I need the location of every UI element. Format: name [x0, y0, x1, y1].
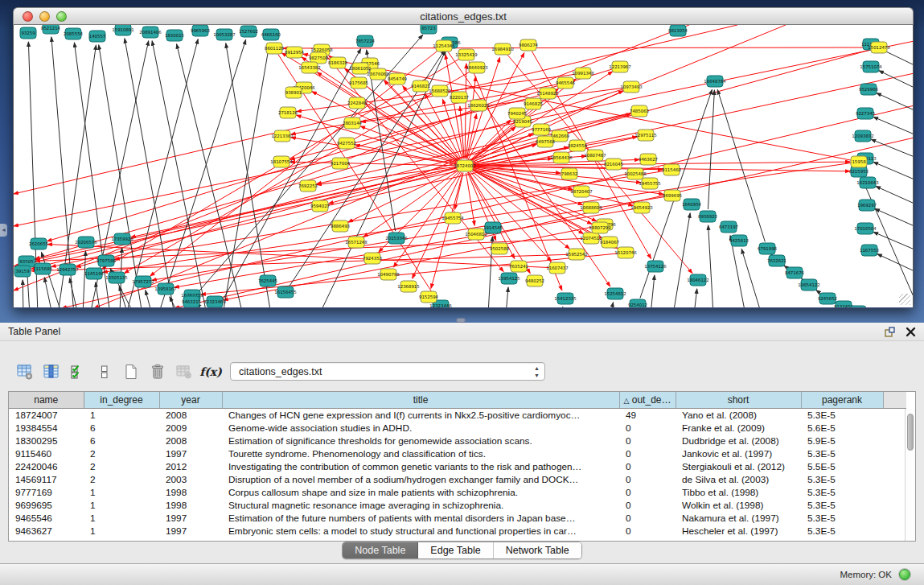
network-node[interactable]: 6473197 [719, 221, 738, 233]
network-node[interactable]: 9152594 [419, 291, 439, 303]
network-node[interactable]: 8912954 [285, 47, 305, 58]
network-edge[interactable] [131, 167, 458, 237]
network-node[interactable]: 1167553 [860, 245, 879, 256]
cell-title[interactable]: Investigating the contribution of common… [222, 460, 619, 473]
table-row[interactable]: 946362711997Embryonic stem cells: a mode… [9, 525, 906, 538]
network-node[interactable]: 9146825 [524, 98, 543, 109]
network-node[interactable]: 938901 [285, 87, 302, 98]
table-row[interactable]: 1872400712008Changes of HCN gene express… [9, 408, 906, 422]
cell-year[interactable]: 2003 [159, 473, 222, 486]
network-node[interactable]: 7857224 [355, 35, 376, 47]
network-edge[interactable] [466, 173, 474, 225]
network-node[interactable]: 9227343 [856, 108, 875, 119]
network-edge[interactable] [651, 275, 655, 308]
network-node[interactable]: 9886493 [331, 220, 350, 232]
network-node[interactable]: 10807487 [584, 150, 606, 161]
network-node[interactable]: 12093832 [852, 130, 873, 142]
cell-year[interactable]: 1998 [159, 499, 222, 512]
network-node[interactable]: 18807299 [589, 222, 611, 233]
network-node[interactable]: 15412335 [554, 293, 576, 304]
network-node[interactable]: 10653287 [213, 29, 235, 40]
network-node[interactable]: 9777169 [532, 124, 552, 135]
network-node[interactable]: 1115686 [33, 263, 53, 274]
network-edge[interactable] [862, 179, 914, 299]
network-node[interactable]: 18626021 [467, 100, 489, 111]
network-window-titlebar[interactable]: citations_edges.txt [13, 7, 914, 25]
new-column-icon[interactable] [121, 361, 142, 382]
network-node[interactable]: 8601128 [265, 43, 285, 54]
network-node[interactable]: 9146821 [411, 80, 430, 92]
tab-edge-table[interactable]: Edge Table [418, 542, 493, 558]
network-node[interactable]: 18640923 [466, 62, 487, 73]
network-node[interactable]: 9699695 [663, 190, 682, 201]
network-edge[interactable] [283, 47, 872, 48]
network-node[interactable]: 6791998 [758, 243, 778, 254]
network-node[interactable]: 9824554 [568, 140, 588, 151]
network-node[interactable]: 12368915 [397, 281, 419, 292]
cell-pagerank[interactable]: 5.3E-5 [801, 525, 883, 538]
cell-pagerank[interactable]: 5.3E-5 [801, 408, 883, 422]
network-edge[interactable] [879, 71, 914, 88]
network-edge[interactable] [873, 162, 914, 179]
network-node[interactable]: 19654923 [630, 202, 652, 213]
cell-in_degree[interactable]: 1 [84, 512, 159, 525]
cell-pagerank[interactable]: 5.3E-5 [801, 512, 883, 525]
network-node[interactable]: 12323466 [203, 296, 226, 307]
network-node[interactable]: 15254812 [604, 288, 626, 299]
network-node[interactable]: 9529966 [859, 84, 879, 95]
network-node[interactable]: 1527602 [239, 26, 258, 37]
network-edge[interactable] [470, 171, 569, 249]
cell-name[interactable]: 9115460 [9, 447, 84, 460]
network-edge[interactable] [875, 208, 914, 226]
cell-year[interactable]: 1998 [159, 486, 222, 499]
table-row[interactable]: 2242004622012Investigating the contribut… [9, 460, 906, 473]
network-node[interactable]: 7924353 [363, 253, 382, 264]
tab-node-table[interactable]: Node Table [343, 542, 418, 558]
table-row[interactable]: 1830029562008Estimation of significance … [9, 435, 906, 447]
cell-pagerank[interactable]: 5.3E-5 [801, 486, 883, 499]
network-node[interactable]: 9115460 [662, 164, 682, 175]
cell-name[interactable]: 22420046 [9, 460, 84, 473]
network-node[interactable]: 16120746 [614, 247, 637, 258]
cell-pagerank[interactable]: 5.9E-5 [801, 435, 883, 447]
network-node[interactable]: 8521214 [41, 25, 61, 34]
network-node[interactable]: 18724007 [454, 160, 475, 171]
network-node[interactable]: 18107554 [270, 156, 293, 167]
network-view[interactable]: 9325985212142085554140557159108912089140… [13, 25, 914, 308]
window-resize-grip[interactable] [899, 294, 910, 305]
network-node[interactable]: 85723 [421, 25, 437, 34]
column-header-name[interactable]: name [9, 392, 84, 408]
network-node[interactable]: 140557 [89, 31, 106, 42]
network-edge[interactable] [96, 282, 101, 308]
network-node[interactable]: 9217004 [331, 158, 351, 169]
network-edge[interactable] [62, 105, 914, 308]
delete-columns-icon[interactable] [147, 361, 168, 382]
network-edge[interactable] [170, 297, 179, 308]
cell-in_degree[interactable]: 6 [84, 422, 159, 435]
network-edge[interactable] [125, 72, 471, 274]
cell-name[interactable]: 9465546 [9, 512, 84, 525]
cell-in_degree[interactable]: 1 [84, 525, 159, 538]
network-node[interactable]: 15012479 [868, 42, 890, 53]
function-builder-icon[interactable]: f(x) [200, 361, 221, 382]
cell-short[interactable]: Jankovic et al. (1997) [676, 447, 801, 460]
network-node[interactable]: 17016504 [854, 223, 877, 234]
cell-pagerank[interactable]: 5.3E-5 [801, 473, 883, 486]
cell-short[interactable]: Yano et al. (2008) [676, 408, 801, 422]
network-node[interactable]: 8220137 [450, 92, 469, 103]
cell-out_degree[interactable]: 49 [619, 408, 676, 422]
network-node[interactable]: 15952542 [565, 249, 587, 260]
cell-year[interactable]: 2009 [159, 422, 222, 435]
network-node[interactable]: 9806274 [519, 39, 539, 51]
network-node[interactable]: 7632621 [767, 255, 786, 266]
network-node[interactable]: 15958 [851, 156, 867, 167]
network-node[interactable]: 2242848 [347, 97, 368, 109]
network-node[interactable]: 13505135 [105, 272, 127, 283]
network-node[interactable]: 9254012 [628, 299, 647, 308]
cell-year[interactable]: 2008 [159, 435, 222, 447]
network-node[interactable]: 1830015 [165, 30, 184, 41]
network-node[interactable]: 16984910 [491, 43, 514, 55]
cell-title[interactable]: Disruption of a novel member of a sodium… [222, 473, 619, 486]
cell-name[interactable]: 18724007 [9, 408, 84, 422]
cell-in_degree[interactable]: 2 [84, 473, 159, 486]
